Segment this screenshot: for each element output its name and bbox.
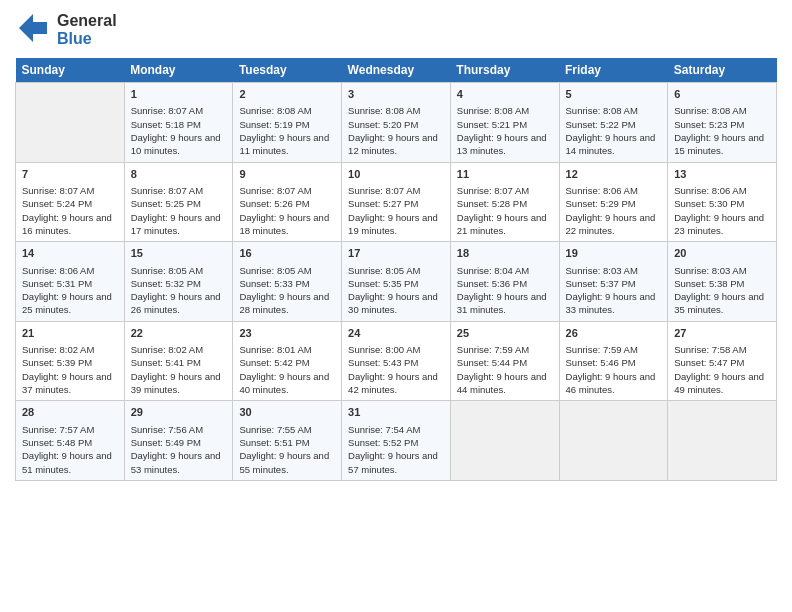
cell-2-1: 7 Sunrise: 8:07 AM Sunset: 5:24 PM Dayli… xyxy=(16,162,125,242)
cell-5-4: 31 Sunrise: 7:54 AM Sunset: 5:52 PM Dayl… xyxy=(342,401,451,481)
week-row-3: 14 Sunrise: 8:06 AM Sunset: 5:31 PM Dayl… xyxy=(16,242,777,322)
day-number: 5 xyxy=(566,87,662,102)
logo-icon-area xyxy=(15,10,51,50)
header-tuesday: Tuesday xyxy=(233,58,342,83)
day-number: 27 xyxy=(674,326,770,341)
cell-1-4: 3 Sunrise: 8:08 AM Sunset: 5:20 PM Dayli… xyxy=(342,83,451,163)
cell-1-7: 6 Sunrise: 8:08 AM Sunset: 5:23 PM Dayli… xyxy=(668,83,777,163)
day-info: Sunrise: 8:07 AM Sunset: 5:24 PM Dayligh… xyxy=(22,184,118,237)
cell-2-5: 11 Sunrise: 8:07 AM Sunset: 5:28 PM Dayl… xyxy=(450,162,559,242)
cell-1-6: 5 Sunrise: 8:08 AM Sunset: 5:22 PM Dayli… xyxy=(559,83,668,163)
header-monday: Monday xyxy=(124,58,233,83)
cell-1-1 xyxy=(16,83,125,163)
day-info: Sunrise: 8:06 AM Sunset: 5:30 PM Dayligh… xyxy=(674,184,770,237)
header-row: Sunday Monday Tuesday Wednesday Thursday… xyxy=(16,58,777,83)
day-number: 17 xyxy=(348,246,444,261)
page-header: General Blue xyxy=(15,10,777,50)
day-info: Sunrise: 8:08 AM Sunset: 5:22 PM Dayligh… xyxy=(566,104,662,157)
day-info: Sunrise: 7:55 AM Sunset: 5:51 PM Dayligh… xyxy=(239,423,335,476)
day-info: Sunrise: 8:06 AM Sunset: 5:31 PM Dayligh… xyxy=(22,264,118,317)
day-info: Sunrise: 8:07 AM Sunset: 5:25 PM Dayligh… xyxy=(131,184,227,237)
cell-5-3: 30 Sunrise: 7:55 AM Sunset: 5:51 PM Dayl… xyxy=(233,401,342,481)
cell-2-6: 12 Sunrise: 8:06 AM Sunset: 5:29 PM Dayl… xyxy=(559,162,668,242)
day-info: Sunrise: 8:04 AM Sunset: 5:36 PM Dayligh… xyxy=(457,264,553,317)
day-info: Sunrise: 8:05 AM Sunset: 5:33 PM Dayligh… xyxy=(239,264,335,317)
cell-3-7: 20 Sunrise: 8:03 AM Sunset: 5:38 PM Dayl… xyxy=(668,242,777,322)
day-info: Sunrise: 8:07 AM Sunset: 5:27 PM Dayligh… xyxy=(348,184,444,237)
day-number: 16 xyxy=(239,246,335,261)
day-number: 18 xyxy=(457,246,553,261)
day-number: 6 xyxy=(674,87,770,102)
day-number: 24 xyxy=(348,326,444,341)
day-info: Sunrise: 7:59 AM Sunset: 5:44 PM Dayligh… xyxy=(457,343,553,396)
cell-2-7: 13 Sunrise: 8:06 AM Sunset: 5:30 PM Dayl… xyxy=(668,162,777,242)
day-info: Sunrise: 8:03 AM Sunset: 5:37 PM Dayligh… xyxy=(566,264,662,317)
cell-1-3: 2 Sunrise: 8:08 AM Sunset: 5:19 PM Dayli… xyxy=(233,83,342,163)
day-info: Sunrise: 8:05 AM Sunset: 5:32 PM Dayligh… xyxy=(131,264,227,317)
day-number: 12 xyxy=(566,167,662,182)
header-sunday: Sunday xyxy=(16,58,125,83)
week-row-2: 7 Sunrise: 8:07 AM Sunset: 5:24 PM Dayli… xyxy=(16,162,777,242)
day-info: Sunrise: 8:08 AM Sunset: 5:20 PM Dayligh… xyxy=(348,104,444,157)
cell-4-3: 23 Sunrise: 8:01 AM Sunset: 5:42 PM Dayl… xyxy=(233,321,342,401)
cell-2-4: 10 Sunrise: 8:07 AM Sunset: 5:27 PM Dayl… xyxy=(342,162,451,242)
day-info: Sunrise: 8:02 AM Sunset: 5:39 PM Dayligh… xyxy=(22,343,118,396)
day-info: Sunrise: 8:03 AM Sunset: 5:38 PM Dayligh… xyxy=(674,264,770,317)
day-info: Sunrise: 8:05 AM Sunset: 5:35 PM Dayligh… xyxy=(348,264,444,317)
day-number: 13 xyxy=(674,167,770,182)
day-info: Sunrise: 8:08 AM Sunset: 5:19 PM Dayligh… xyxy=(239,104,335,157)
header-saturday: Saturday xyxy=(668,58,777,83)
week-row-1: 1 Sunrise: 8:07 AM Sunset: 5:18 PM Dayli… xyxy=(16,83,777,163)
day-number: 7 xyxy=(22,167,118,182)
day-info: Sunrise: 8:06 AM Sunset: 5:29 PM Dayligh… xyxy=(566,184,662,237)
day-number: 28 xyxy=(22,405,118,420)
day-info: Sunrise: 8:08 AM Sunset: 5:23 PM Dayligh… xyxy=(674,104,770,157)
day-number: 21 xyxy=(22,326,118,341)
cell-4-5: 25 Sunrise: 7:59 AM Sunset: 5:44 PM Dayl… xyxy=(450,321,559,401)
day-number: 4 xyxy=(457,87,553,102)
logo-svg xyxy=(15,10,51,46)
day-number: 11 xyxy=(457,167,553,182)
cell-3-5: 18 Sunrise: 8:04 AM Sunset: 5:36 PM Dayl… xyxy=(450,242,559,322)
cell-4-7: 27 Sunrise: 7:58 AM Sunset: 5:47 PM Dayl… xyxy=(668,321,777,401)
day-number: 10 xyxy=(348,167,444,182)
day-number: 25 xyxy=(457,326,553,341)
cell-5-6 xyxy=(559,401,668,481)
cell-1-5: 4 Sunrise: 8:08 AM Sunset: 5:21 PM Dayli… xyxy=(450,83,559,163)
day-number: 31 xyxy=(348,405,444,420)
day-number: 1 xyxy=(131,87,227,102)
day-info: Sunrise: 7:57 AM Sunset: 5:48 PM Dayligh… xyxy=(22,423,118,476)
cell-4-4: 24 Sunrise: 8:00 AM Sunset: 5:43 PM Dayl… xyxy=(342,321,451,401)
header-friday: Friday xyxy=(559,58,668,83)
logo-general: General xyxy=(57,12,117,30)
logo-text-block: General Blue xyxy=(57,12,117,49)
header-wednesday: Wednesday xyxy=(342,58,451,83)
cell-3-4: 17 Sunrise: 8:05 AM Sunset: 5:35 PM Dayl… xyxy=(342,242,451,322)
cell-3-1: 14 Sunrise: 8:06 AM Sunset: 5:31 PM Dayl… xyxy=(16,242,125,322)
cell-2-2: 8 Sunrise: 8:07 AM Sunset: 5:25 PM Dayli… xyxy=(124,162,233,242)
cell-5-5 xyxy=(450,401,559,481)
day-number: 23 xyxy=(239,326,335,341)
cell-1-2: 1 Sunrise: 8:07 AM Sunset: 5:18 PM Dayli… xyxy=(124,83,233,163)
cell-4-2: 22 Sunrise: 8:02 AM Sunset: 5:41 PM Dayl… xyxy=(124,321,233,401)
cell-3-3: 16 Sunrise: 8:05 AM Sunset: 5:33 PM Dayl… xyxy=(233,242,342,322)
day-number: 20 xyxy=(674,246,770,261)
day-info: Sunrise: 7:58 AM Sunset: 5:47 PM Dayligh… xyxy=(674,343,770,396)
week-row-4: 21 Sunrise: 8:02 AM Sunset: 5:39 PM Dayl… xyxy=(16,321,777,401)
day-number: 3 xyxy=(348,87,444,102)
day-info: Sunrise: 8:07 AM Sunset: 5:18 PM Dayligh… xyxy=(131,104,227,157)
day-info: Sunrise: 8:07 AM Sunset: 5:28 PM Dayligh… xyxy=(457,184,553,237)
day-number: 30 xyxy=(239,405,335,420)
day-number: 8 xyxy=(131,167,227,182)
day-number: 22 xyxy=(131,326,227,341)
day-info: Sunrise: 8:00 AM Sunset: 5:43 PM Dayligh… xyxy=(348,343,444,396)
day-info: Sunrise: 7:54 AM Sunset: 5:52 PM Dayligh… xyxy=(348,423,444,476)
day-number: 15 xyxy=(131,246,227,261)
week-row-5: 28 Sunrise: 7:57 AM Sunset: 5:48 PM Dayl… xyxy=(16,401,777,481)
cell-2-3: 9 Sunrise: 8:07 AM Sunset: 5:26 PM Dayli… xyxy=(233,162,342,242)
day-info: Sunrise: 8:07 AM Sunset: 5:26 PM Dayligh… xyxy=(239,184,335,237)
cell-5-7 xyxy=(668,401,777,481)
header-thursday: Thursday xyxy=(450,58,559,83)
day-info: Sunrise: 7:59 AM Sunset: 5:46 PM Dayligh… xyxy=(566,343,662,396)
day-info: Sunrise: 8:01 AM Sunset: 5:42 PM Dayligh… xyxy=(239,343,335,396)
